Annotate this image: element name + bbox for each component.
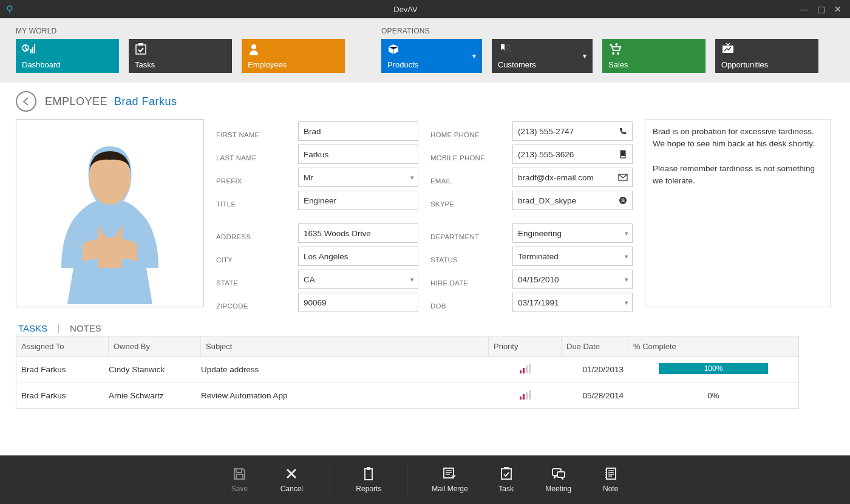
cell-subject: Update address [201,365,489,374]
col-subject[interactable]: Subject [201,336,489,356]
label-dob: DOB [430,296,500,316]
city-field[interactable]: Los Angeles [298,247,418,266]
col-assigned[interactable]: Assigned To [16,336,109,356]
cell-complete: 0% [628,391,798,400]
title-field[interactable]: Engineer [298,191,418,210]
address-field[interactable]: 1635 Woods Drive [298,223,418,243]
state-field[interactable]: CA▾ [298,270,418,289]
col-complete[interactable]: % Complete [628,336,798,356]
mail-merge-button[interactable]: Mail Merge [432,466,467,493]
tile-products[interactable]: Products [381,39,466,73]
label-status: STATUS [430,250,500,270]
close-button[interactable]: ✕ [829,4,846,14]
label-title: TITLE [216,194,286,214]
page-title-name: Brad Farkus [114,95,177,107]
cell-owned: Arnie Schwartz [109,391,201,400]
status-field[interactable]: Terminated▾ [512,247,633,266]
note-label: Note [603,485,618,493]
tasks-table: Assigned To Owned By Subject Priority Du… [16,336,799,409]
reports-button[interactable]: Reports [355,466,382,493]
cancel-label: Cancel [280,485,303,493]
department-field[interactable]: Engineering▾ [512,223,633,243]
tile-opportunities[interactable]: Opportunities [715,39,818,73]
skype-icon: S [617,195,628,206]
customers-icon [498,43,571,56]
home-phone-field[interactable]: (213) 555-2747 [512,121,633,141]
chevron-down-icon: ▼ [582,53,588,60]
last-name-field[interactable]: Farkus [298,145,418,164]
svg-point-8 [506,45,510,49]
employee-note[interactable]: Brad is on probation for excessive tardi… [645,119,831,307]
tile-employees[interactable]: Employees [242,39,345,73]
cell-due: 05/28/2014 [562,391,628,400]
detail-tabs: TASKS NOTES [16,323,834,333]
window-title: DevAV [16,5,795,14]
tile-customers-dropdown[interactable]: ▼ [577,39,593,73]
tile-tasks-label: Tasks [135,60,226,69]
table-header: Assigned To Owned By Subject Priority Du… [16,336,798,357]
title-bar: DevAV — ▢ ✕ [0,0,850,18]
email-field[interactable]: bradf@dx-email.com [512,168,633,187]
skype-field[interactable]: brad_DX_skypeS [512,191,633,210]
task-button[interactable]: Task [492,466,520,493]
save-button[interactable]: Save [225,466,253,493]
tile-dashboard-label: Dashboard [22,60,113,69]
table-row[interactable]: Brad Farkus Arnie Schwartz Review Automa… [16,383,798,408]
note-button[interactable]: Note [597,466,625,493]
cell-complete: 100% [628,363,798,376]
cancel-icon [285,466,298,481]
prefix-field[interactable]: Mr▾ [298,168,418,187]
chevron-down-icon: ▾ [625,299,628,307]
tile-customers[interactable]: Customers [492,39,577,73]
tasks-icon [135,43,226,56]
label-zipcode: ZIPCODE [216,296,286,316]
mail-merge-icon [443,466,457,481]
minimize-button[interactable]: — [795,4,812,14]
arrow-left-icon [21,97,31,106]
tile-tasks[interactable]: Tasks [129,39,232,73]
hire-date-field[interactable]: 04/15/2010▾ [512,270,633,289]
dob-field[interactable]: 03/17/1991▾ [512,293,633,312]
priority-bars-icon [520,364,531,373]
zipcode-field[interactable]: 90069 [298,293,418,312]
note-p2: Please remember tardiness is not somethi… [653,163,823,188]
app-logo-icon [4,3,16,15]
tab-tasks[interactable]: TASKS [18,323,47,333]
col-priority[interactable]: Priority [489,336,562,356]
mail-merge-label: Mail Merge [432,485,467,493]
form-labels-col2: HOME PHONE MOBILE PHONE EMAIL SKYPE DEPA… [430,119,500,316]
first-name-field[interactable]: Brad [298,121,418,141]
cell-priority [489,390,562,401]
form-fields-col1: Brad Farkus Mr▾ Engineer 1635 Woods Driv… [298,119,418,312]
svg-rect-28 [607,468,616,479]
svg-text:S: S [621,197,625,203]
svg-rect-27 [557,472,565,477]
col-owned[interactable]: Owned By [109,336,201,356]
mobile-icon [617,149,628,160]
task-label: Task [498,485,514,493]
tab-notes[interactable]: NOTES [70,323,101,333]
cancel-button[interactable]: Cancel [277,466,305,493]
mobile-phone-field[interactable]: (213) 555-3626 [512,145,633,164]
svg-point-0 [7,6,12,11]
cell-owned: Cindy Stanwick [109,365,201,374]
table-row[interactable]: Brad Farkus Cindy Stanwick Update addres… [16,357,798,383]
svg-rect-22 [367,467,370,470]
meeting-icon [551,466,566,481]
phone-icon [617,126,628,137]
maximize-button[interactable]: ▢ [812,4,829,14]
tile-dashboard[interactable]: Dashboard [16,39,119,73]
nav-group-operations-label: OPERATIONS [381,27,818,35]
tile-products-dropdown[interactable]: ▼ [466,39,482,73]
svg-rect-20 [236,474,243,479]
nav-band: MY WORLD Dashboard Tasks Employees OPERA… [0,18,850,83]
tab-divider [58,324,59,333]
svg-point-9 [612,52,614,55]
meeting-button[interactable]: Meeting [545,466,573,493]
tile-products-label: Products [387,60,460,69]
chevron-down-icon: ▼ [471,53,477,60]
tile-sales[interactable]: Sales [602,39,706,73]
svg-rect-2 [30,49,32,53]
back-button[interactable] [16,91,36,112]
col-due[interactable]: Due Date [562,336,628,356]
